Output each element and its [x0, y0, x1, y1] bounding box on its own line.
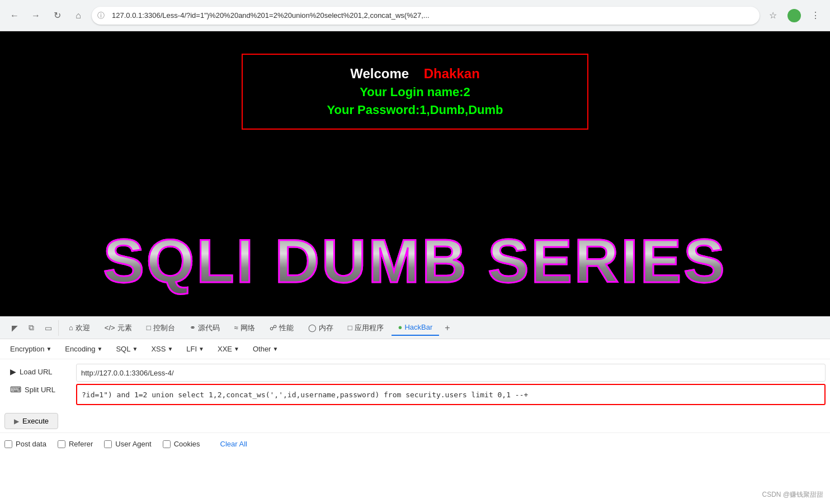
hackbar-toolbar: Encryption ▼ Encoding ▼ SQL ▼ XSS ▼ LFI …	[0, 339, 830, 359]
tab-network[interactable]: ≈ 网络	[228, 320, 262, 336]
forward-button[interactable]: →	[28, 8, 44, 23]
welcome-text: Welcome	[350, 66, 409, 81]
post-data-checkbox-item[interactable]: Post data	[4, 440, 46, 448]
post-data-label: Post data	[16, 440, 46, 448]
tab-application-label: 应用程序	[355, 323, 384, 333]
tab-welcome[interactable]: ⌂ 欢迎	[62, 320, 97, 336]
tab-console[interactable]: □ 控制台	[140, 320, 182, 336]
tab-network-label: 网络	[240, 323, 255, 333]
url-input[interactable]	[76, 364, 826, 382]
lfi-arrow: ▼	[199, 346, 204, 352]
sql-menu[interactable]: SQL ▼	[110, 343, 143, 355]
tab-memory-icon: ◯	[308, 324, 317, 332]
encryption-menu[interactable]: Encryption ▼	[4, 343, 57, 355]
hackbar-left-btns: ▶ Load URL ⌨ Split URL	[4, 364, 72, 405]
tab-elements[interactable]: </> 元素	[98, 320, 139, 336]
split-url-label: Split URL	[25, 386, 55, 394]
result-box: Welcome Dhakkan Your Login name:2 Your P…	[242, 54, 588, 130]
encoding-menu[interactable]: Encoding ▼	[59, 343, 108, 355]
referer-checkbox[interactable]	[58, 440, 65, 448]
user-agent-label: User Agent	[115, 440, 151, 448]
tab-console-icon: □	[147, 324, 151, 332]
load-url-button[interactable]: ▶ Load URL	[4, 364, 72, 379]
post-data-checkbox[interactable]	[4, 440, 12, 448]
tab-application-icon: □	[348, 324, 352, 332]
referer-label: Referer	[69, 440, 93, 448]
home-button[interactable]: ⌂	[70, 8, 86, 23]
login-text: Your Login name:2	[265, 85, 565, 99]
tab-elements-icon: </>	[105, 324, 115, 332]
xxe-label: XXE	[218, 345, 232, 353]
other-label: Other	[253, 345, 271, 353]
hackbar-checkboxes: Post data Referer User Agent Cookies Cle…	[0, 432, 830, 455]
tab-hackbar-label: HackBar	[404, 323, 432, 331]
refresh-button[interactable]: ↻	[49, 8, 65, 23]
welcome-line: Welcome Dhakkan	[265, 66, 565, 82]
load-url-label: Load URL	[20, 368, 53, 376]
xss-label: XSS	[151, 345, 166, 353]
tab-source[interactable]: ⚭ 源代码	[183, 320, 227, 336]
hackbar-execute-area: ▶ Execute	[0, 410, 830, 432]
tab-performance-icon: ☍	[270, 324, 277, 332]
cookies-checkbox[interactable]	[163, 440, 171, 448]
other-arrow: ▼	[272, 346, 278, 352]
sqli-title: SQLI DUMB SERIES	[103, 225, 727, 296]
xxe-menu[interactable]: XXE ▼	[212, 343, 245, 355]
profile-icon[interactable]	[786, 8, 802, 23]
execute-play-icon: ▶	[14, 417, 19, 425]
sql-label: SQL	[116, 345, 130, 353]
encoding-arrow: ▼	[97, 346, 103, 352]
query-input[interactable]	[76, 384, 826, 405]
tab-performance-label: 性能	[279, 323, 294, 333]
xss-menu[interactable]: XSS ▼	[145, 343, 178, 355]
execute-button[interactable]: ▶ Execute	[4, 413, 58, 429]
lfi-menu[interactable]: LFI ▼	[181, 343, 210, 355]
address-bar-input[interactable]	[92, 7, 760, 25]
hackbar-main: ▶ Load URL ⌨ Split URL	[0, 359, 830, 410]
tab-memory[interactable]: ◯ 内存	[301, 320, 340, 336]
devtools-icon-2[interactable]: ⧉	[23, 320, 39, 336]
sqli-text-wrap: SQLI DUMB SERIES SQLI DUMB SERIES	[103, 225, 727, 296]
tab-network-icon: ≈	[234, 324, 238, 332]
user-agent-checkbox[interactable]	[104, 440, 112, 448]
split-url-button[interactable]: ⌨ Split URL	[4, 382, 72, 397]
dhakkan-text: Dhakkan	[424, 66, 480, 81]
tab-source-label: 源代码	[198, 323, 220, 333]
tab-application[interactable]: □ 应用程序	[341, 320, 390, 336]
back-button[interactable]: ←	[7, 8, 22, 23]
main-content: Welcome Dhakkan Your Login name:2 Your P…	[0, 31, 830, 316]
password-text: Your Password:1,Dumb,Dumb	[265, 103, 565, 117]
tab-performance[interactable]: ☍ 性能	[263, 320, 300, 336]
load-url-icon: ▶	[10, 367, 16, 376]
encryption-label: Encryption	[10, 345, 44, 353]
tab-welcome-icon: ⌂	[69, 324, 73, 332]
devtools-tabs: ◤ ⧉ ▭ ⌂ 欢迎 </> 元素 □ 控制台 ⚭ 源代码 ≈ 网络 ☍ 性能	[0, 317, 830, 339]
execute-label: Execute	[22, 417, 49, 425]
lfi-label: LFI	[186, 345, 197, 353]
bookmark-icon[interactable]: ☆	[765, 8, 781, 23]
referer-checkbox-item[interactable]: Referer	[58, 440, 93, 448]
tab-hackbar[interactable]: ● HackBar	[392, 320, 440, 336]
add-tab-button[interactable]: +	[440, 321, 454, 335]
browser-chrome: ← → ↻ ⌂ ⓘ ☆ ⋮	[0, 0, 830, 31]
tab-elements-label: 元素	[117, 323, 132, 333]
split-url-icon: ⌨	[10, 385, 21, 394]
cookies-checkbox-item[interactable]: Cookies	[163, 440, 200, 448]
xss-arrow: ▼	[167, 346, 173, 352]
devtools-panel: ◤ ⧉ ▭ ⌂ 欢迎 </> 元素 □ 控制台 ⚭ 源代码 ≈ 网络 ☍ 性能	[0, 316, 830, 455]
hackbar-url-area	[76, 364, 830, 405]
devtools-left-icons: ◤ ⧉ ▭	[4, 320, 59, 336]
user-agent-checkbox-item[interactable]: User Agent	[104, 440, 151, 448]
tab-source-icon: ⚭	[190, 324, 196, 332]
tab-hackbar-icon: ●	[398, 323, 403, 331]
devtools-icon-3[interactable]: ▭	[40, 320, 56, 336]
clear-all-button[interactable]: Clear All	[216, 438, 252, 450]
encryption-arrow: ▼	[46, 346, 51, 352]
settings-icon[interactable]: ⋮	[808, 8, 823, 23]
tab-console-label: 控制台	[153, 323, 175, 333]
other-menu[interactable]: Other ▼	[247, 343, 284, 355]
devtools-icon-1[interactable]: ◤	[7, 320, 22, 336]
tab-welcome-label: 欢迎	[76, 323, 90, 333]
watermark: CSDN @赚钱聚甜甜	[762, 490, 823, 500]
sql-arrow: ▼	[132, 346, 138, 352]
